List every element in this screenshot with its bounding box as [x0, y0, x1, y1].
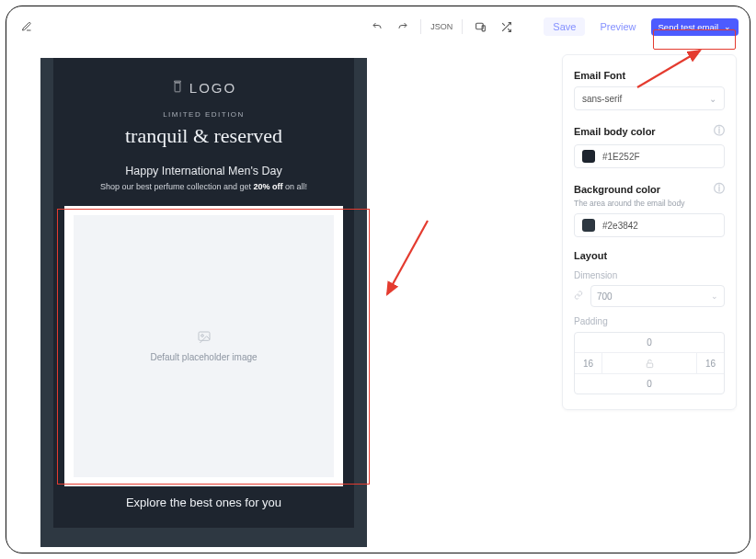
svg-rect-5 [647, 363, 652, 368]
explore-text: Explore the best ones for you [64, 496, 343, 509]
chevron-down-icon: ⌄ [724, 22, 731, 31]
padding-control[interactable]: 0 16 16 0 [574, 332, 725, 394]
subline-suffix: on all! [283, 182, 308, 191]
save-button[interactable]: Save [544, 17, 585, 36]
link-icon [574, 291, 585, 302]
layout-label: Layout [574, 250, 725, 261]
email-font-label: Email Font [574, 70, 725, 81]
subline-bold: 20% off [254, 182, 283, 191]
preview-button[interactable]: Preview [590, 17, 645, 36]
image-block[interactable]: Default placeholder image [64, 206, 343, 486]
limited-edition-label: LIMITED EDITION [64, 110, 343, 119]
svg-rect-2 [175, 83, 180, 92]
body-color-field[interactable]: #1E252F [574, 144, 725, 168]
json-button[interactable]: JSON [427, 16, 456, 38]
body-color-value: #1E252F [602, 152, 640, 162]
bg-color-hint: The area around the email body [574, 199, 725, 208]
padding-bottom[interactable]: 0 [575, 373, 724, 394]
annotation-arrow-1 [382, 213, 437, 305]
logo-row: LOGO [64, 80, 343, 96]
help-icon[interactable]: ⓘ [714, 181, 725, 197]
image-icon [195, 330, 213, 345]
email-body[interactable]: LOGO LIMITED EDITION tranquil & reserved… [53, 58, 354, 528]
padding-left[interactable]: 16 [575, 353, 602, 373]
logo-text: LOGO [189, 80, 236, 96]
help-icon[interactable]: ⓘ [714, 123, 725, 139]
dimension-input[interactable]: 700 ⌄ [590, 285, 725, 307]
svg-line-6 [387, 221, 428, 294]
padding-label: Padding [574, 316, 725, 326]
subline: Shop our best perfume collection and get… [64, 182, 343, 191]
body-color-swatch [582, 150, 595, 163]
bg-color-field[interactable]: #2e3842 [574, 213, 725, 237]
rename-icon[interactable] [17, 17, 36, 36]
subhead: Happy International Men's Day [64, 165, 343, 177]
svg-point-4 [200, 335, 203, 337]
hero-title: tranquil & reserved [64, 124, 343, 148]
bg-color-label: Background color ⓘ [574, 181, 725, 197]
redo-icon[interactable] [391, 16, 415, 38]
body-color-label: Email body color ⓘ [574, 123, 725, 139]
chevron-down-icon: ⌄ [711, 291, 718, 301]
subline-prefix: Shop our best perfume collection and get [100, 182, 254, 191]
padding-right[interactable]: 16 [696, 353, 724, 373]
logo-icon [171, 80, 184, 96]
settings-panel: Email Font sans-serif ⌄ Email body color… [562, 54, 737, 410]
undo-icon[interactable] [365, 16, 389, 38]
bg-color-value: #2e3842 [602, 221, 638, 231]
chevron-down-icon: ⌄ [709, 94, 716, 104]
email-font-value: sans-serif [582, 94, 622, 104]
email-font-select[interactable]: sans-serif ⌄ [574, 86, 725, 110]
image-placeholder-caption: Default placeholder image [150, 352, 257, 362]
send-test-email-label: Send test email [659, 22, 718, 32]
dimension-label: Dimension [574, 270, 725, 280]
bg-color-swatch [582, 219, 595, 232]
shuffle-icon[interactable] [494, 16, 518, 38]
image-placeholder: Default placeholder image [74, 215, 334, 477]
email-canvas[interactable]: LOGO LIMITED EDITION tranquil & reserved… [40, 58, 367, 547]
padding-top[interactable]: 0 [575, 333, 724, 353]
dimension-value: 700 [597, 291, 613, 302]
padding-lock-icon[interactable] [602, 353, 696, 373]
devices-icon[interactable] [468, 16, 492, 38]
send-test-email-button[interactable]: Send test email ⌄ [651, 18, 739, 36]
